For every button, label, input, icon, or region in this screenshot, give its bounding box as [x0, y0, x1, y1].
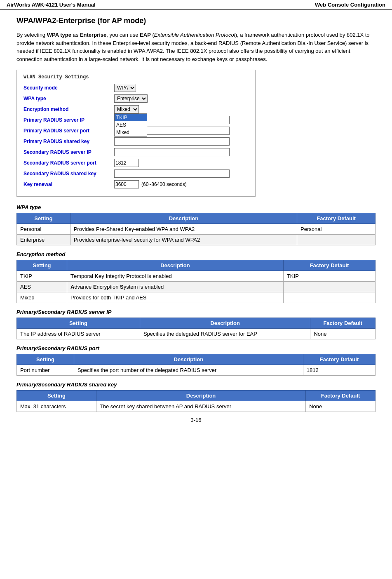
- table-cell-default: None: [310, 329, 376, 339]
- radius-key-section-title: Primary/Secondary RADIUS shared key: [16, 381, 376, 388]
- radius-ip-header: Setting Description Factory Default: [17, 318, 376, 329]
- secondary-radius-key-row: Secondary RADIUS shared key: [23, 169, 249, 178]
- table-cell-default: 1812: [303, 365, 375, 376]
- radius-port-section-title: Primary/Secondary RADIUS port: [16, 345, 376, 351]
- dropdown-item-aes[interactable]: AES: [115, 121, 147, 129]
- table-cell-default: None: [306, 401, 376, 412]
- col-default-1: Factory Default: [297, 213, 376, 224]
- table-cell-setting: Mixed: [17, 292, 67, 303]
- col-setting-1: Setting: [17, 213, 70, 224]
- secondary-radius-port-control: [114, 159, 139, 167]
- security-mode-select[interactable]: WPA: [114, 84, 136, 92]
- table-cell-default: [297, 235, 376, 245]
- main-content: WPA/WPA2-Enterprise (for AP mode) By sel…: [0, 10, 392, 431]
- col-setting-4: Setting: [17, 354, 74, 365]
- table-cell-default: [283, 282, 375, 292]
- radius-key-header: Setting Description Factory Default: [17, 391, 376, 401]
- primary-radius-key-input[interactable]: [114, 137, 230, 146]
- enterprise-bold: Enterprise: [80, 32, 106, 38]
- col-default-3: Factory Default: [310, 318, 376, 329]
- encryption-table: Setting Description Factory Default TKIP…: [16, 260, 376, 303]
- key-renewal-note: (60~86400 seconds): [141, 181, 187, 187]
- col-setting-3: Setting: [17, 318, 140, 329]
- wpa-type-label: WPA type: [23, 96, 114, 101]
- security-mode-control: WPA: [114, 84, 136, 92]
- radius-port-table: Setting Description Factory Default Port…: [16, 354, 376, 376]
- secondary-radius-key-input[interactable]: [114, 169, 230, 178]
- col-setting-5: Setting: [17, 391, 96, 401]
- wpa-type-section-title: WPA type: [16, 204, 376, 210]
- encryption-method-control: Mixed TKIP AES Mixed: [114, 105, 139, 113]
- encryption-dropdown-overlay: TKIP AES Mixed: [114, 113, 147, 137]
- col-default-5: Factory Default: [306, 391, 376, 401]
- radius-ip-section-title: Primary/Secondary RADIUS server IP: [16, 309, 376, 315]
- table-cell-setting: Enterprise: [17, 235, 70, 245]
- eap-italic: Extensible Authentication Protocol: [154, 32, 235, 38]
- intro-paragraph: By selecting WPA type as Enterprise, you…: [16, 31, 376, 63]
- col-default-4: Factory Default: [303, 354, 375, 365]
- table-cell-setting: Personal: [17, 224, 70, 235]
- col-default-2: Factory Default: [283, 260, 375, 271]
- table-cell-description: Temporal Key Integrity Protocol is enabl…: [67, 271, 284, 282]
- wpa-type-table-header: Setting Description Factory Default: [17, 213, 376, 224]
- encryption-table-header: Setting Description Factory Default: [17, 260, 376, 271]
- secondary-radius-key-control: [114, 169, 230, 178]
- primary-radius-port-label: Primary RADIUS server port: [23, 128, 114, 134]
- primary-radius-key-label: Primary RADIUS shared key: [23, 139, 114, 144]
- col-description-1: Description: [70, 213, 297, 224]
- key-renewal-label: Key renewal: [23, 181, 114, 187]
- wlan-box-title: WLAN Security Settings: [23, 74, 249, 80]
- col-description-5: Description: [96, 391, 305, 401]
- secondary-radius-port-row: Secondary RADIUS server port: [23, 158, 249, 167]
- secondary-radius-key-label: Secondary RADIUS shared key: [23, 171, 114, 177]
- wpa-type-control: Enterprise: [114, 94, 148, 103]
- dropdown-item-tkip[interactable]: TKIP: [115, 114, 147, 121]
- wpa-type-select[interactable]: Enterprise: [114, 94, 148, 103]
- encryption-section-title: Encryption method: [16, 251, 376, 257]
- page-header: AirWorks AWK-4121 User's Manual Web Cons…: [0, 0, 392, 10]
- table-cell-default: TKIP: [283, 271, 375, 282]
- table-row: Max. 31 charactersThe secret key shared …: [17, 401, 376, 412]
- eap-bold: EAP: [140, 32, 151, 38]
- wpa-type-bold: WPA type: [47, 32, 71, 38]
- primary-radius-ip-label: Primary RADIUS server IP: [23, 117, 114, 123]
- primary-radius-key-control: [114, 137, 230, 146]
- table-cell-description: Provides Pre-Shared Key-enabled WPA and …: [70, 224, 297, 235]
- table-cell-default: Personal: [297, 224, 376, 235]
- encryption-method-select[interactable]: Mixed: [114, 105, 139, 113]
- secondary-radius-port-input[interactable]: [114, 159, 139, 167]
- secondary-radius-ip-row: Secondary RADIUS server IP: [23, 148, 249, 157]
- table-cell-setting: The IP address of RADIUS server: [17, 329, 140, 339]
- secondary-radius-ip-label: Secondary RADIUS server IP: [23, 149, 114, 155]
- table-cell-setting: Max. 31 characters: [17, 401, 96, 412]
- key-renewal-input[interactable]: [114, 180, 139, 188]
- wpa-type-row: WPA type Enterprise: [23, 94, 249, 103]
- security-mode-row: Security mode WPA: [23, 83, 249, 92]
- encryption-method-label: Encryption method: [23, 106, 114, 112]
- security-mode-label: Security mode: [23, 85, 114, 91]
- table-row: PersonalProvides Pre-Shared Key-enabled …: [17, 224, 376, 235]
- table-row: TKIPTemporal Key Integrity Protocol is e…: [17, 271, 376, 282]
- primary-radius-key-row: Primary RADIUS shared key: [23, 137, 249, 146]
- table-cell-description: Specifies the port number of the delegat…: [74, 365, 303, 376]
- page-number: 3-16: [16, 417, 376, 423]
- table-cell-description: Advance Encryption System is enabled: [67, 282, 284, 292]
- table-row: AESAdvance Encryption System is enabled: [17, 282, 376, 292]
- secondary-radius-ip-control: [114, 148, 230, 156]
- radius-port-header: Setting Description Factory Default: [17, 354, 376, 365]
- secondary-radius-port-label: Secondary RADIUS server port: [23, 160, 114, 166]
- table-row: The IP address of RADIUS serverSpecifies…: [17, 329, 376, 339]
- manual-title: AirWorks AWK-4121 User's Manual: [7, 2, 96, 8]
- dropdown-item-mixed[interactable]: Mixed: [115, 129, 147, 136]
- key-renewal-control: (60~86400 seconds): [114, 180, 187, 188]
- table-cell-default: [283, 292, 375, 303]
- table-cell-setting: Port number: [17, 365, 74, 376]
- col-description-4: Description: [74, 354, 303, 365]
- table-cell-setting: TKIP: [17, 271, 67, 282]
- secondary-radius-ip-input[interactable]: [114, 148, 230, 156]
- table-row: Port numberSpecifies the port number of …: [17, 365, 376, 376]
- encryption-method-row: Encryption method Mixed TKIP AES Mixed: [23, 105, 249, 114]
- key-renewal-row: Key renewal (60~86400 seconds): [23, 180, 249, 189]
- col-description-3: Description: [140, 318, 310, 329]
- table-cell-description: The secret key shared between AP and RAD…: [96, 401, 305, 412]
